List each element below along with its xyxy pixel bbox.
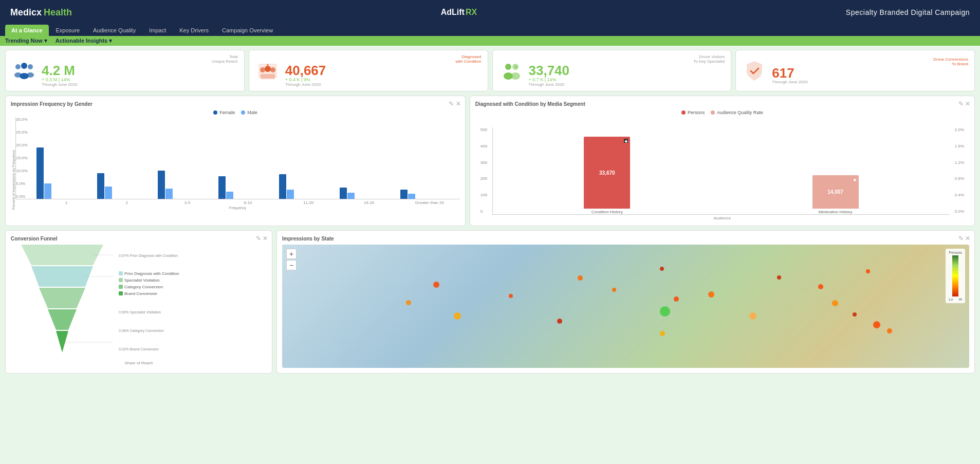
x-axis-labels: 1 2 3-5 6-10 11-20 16-20 Greater than 20 (15, 200, 460, 205)
svg-rect-10 (261, 74, 275, 79)
tab-audience-quality[interactable]: Audience Quality (87, 25, 142, 36)
map-dot-10 (749, 312, 756, 320)
bar-male-5 (287, 190, 294, 199)
funnel-label-brand-pct: 0.02% Brand Conversion (119, 347, 179, 351)
map-dot-2 (406, 300, 411, 305)
svg-point-0 (15, 64, 21, 69)
map-controls: + − (286, 249, 297, 270)
funnel-label-1: 0.97% Prior Diagnosis with Condition (119, 254, 179, 257)
funnel-label-specialist-pct: 0.90% Specialist Visitation (119, 310, 179, 314)
kpi-date-reach: Through June 2020 (42, 82, 238, 87)
legend-persons: Persons (681, 110, 705, 115)
tab-key-drivers[interactable]: Key Drivers (173, 25, 215, 36)
tab-exposure[interactable]: Exposure (50, 25, 86, 36)
actionable-insights[interactable]: Actionable Insights ▾ (56, 38, 113, 44)
map-legend-bar (952, 255, 958, 296)
bar-medication-history: 14,007 ✦ Medication History (812, 175, 859, 214)
kpi-icon-medical (255, 59, 280, 83)
bar-male-6 (347, 193, 355, 199)
sub-nav: Trending Now ▾ Actionable Insights ▾ (0, 36, 980, 46)
funnel-label-category-pct: 0.38% Category Conversion (119, 328, 179, 333)
bar-group-6 (340, 188, 399, 199)
map-dot-15 (873, 321, 880, 328)
bar-male-1 (44, 183, 51, 199)
bar-female-5 (279, 174, 286, 199)
map-zoom-in[interactable]: + (286, 249, 297, 259)
kpi-icon-people (12, 59, 36, 83)
bar-female-6 (340, 188, 347, 199)
bar-group-4 (218, 176, 278, 199)
bar-male-2 (105, 187, 112, 199)
bar-group-1 (36, 147, 96, 199)
trending-now[interactable]: Trending Now ▾ (5, 38, 47, 44)
svg-point-1 (21, 63, 27, 69)
tab-at-a-glance[interactable]: At a Glance (5, 25, 49, 36)
funnel-label-specialist: Specialist Visitation (119, 278, 179, 283)
impression-chart-legend: Female Male (11, 110, 460, 115)
campaign-title: Specialty Branded Digital Campaign (846, 8, 970, 16)
funnel-stage-3 (39, 288, 85, 308)
kpi-value-block-conversions: Drove ConversionsTo Brand 617 Through Ju… (772, 57, 968, 84)
kpi-number-conversions: 617 (772, 66, 968, 80)
legend-dot-female (213, 110, 217, 115)
x-axis-label: Frequency (15, 206, 460, 210)
chart-actions-diagnosed[interactable]: ✎ ✕ (958, 100, 970, 107)
bar-female-2 (97, 173, 104, 199)
tab-impact[interactable]: Impact (143, 25, 172, 36)
logo-health: Health (44, 7, 72, 18)
legend-aqr: Audience Quality Rate (711, 110, 763, 115)
map-dot-8 (674, 296, 679, 302)
map-legend-label: Persons (949, 251, 962, 254)
svg-point-8 (265, 66, 271, 72)
map-dot-12 (818, 284, 823, 289)
svg-point-16 (511, 72, 520, 80)
kpi-number-visitors: 33,740 (529, 64, 725, 77)
map-dot-13 (832, 300, 838, 306)
map-placeholder: + − (282, 245, 969, 368)
bottom-row: Conversion Funnel ✎ ✕ 0 (0, 230, 980, 378)
bar-male-4 (226, 192, 233, 199)
impression-frequency-chart: Impression Frequency by Gender ✎ ✕ Femal… (5, 96, 466, 226)
map-bg: + − (282, 245, 969, 368)
diagnosed-bars: 33,670 ✦ Condition History 14,007 ✦ Medi… (492, 127, 950, 215)
funnel-content: 0.97% Prior Diagnosis with Condition Pri… (11, 245, 267, 359)
map-dot-4 (509, 294, 513, 298)
diagnosed-bars-container: 5004003002001000 33,670 ✦ Condition Hist… (475, 117, 969, 215)
bar-group-5 (279, 174, 339, 199)
chart-actions-funnel[interactable]: ✎ ✕ (256, 235, 268, 242)
legend-dot-male (241, 110, 245, 115)
bar-female-3 (158, 171, 165, 199)
y-axis-labels: 30.0%25.0%20.0%15.0%10.0%5.0%0.0% (16, 117, 28, 199)
bar-group-2 (97, 173, 157, 199)
legend-female: Female (213, 110, 235, 115)
kpi-number-reach: 4.2 M (42, 64, 238, 77)
map-title: Impressions by State (282, 236, 969, 242)
kpi-value-block-diagnosed: Diagnosedwith Condition 40,667 + 0.4 K |… (285, 54, 482, 87)
adlift-rx-text: RX (466, 8, 477, 17)
funnel-label-prior: Prior Diagnosis with Condition (119, 271, 179, 276)
legend-dot-persons (681, 110, 686, 115)
tab-campaign-overview[interactable]: Campaign Overview (216, 25, 279, 36)
diagnosed-legend: Persons Audience Quality Rate (475, 110, 969, 115)
x-label-condition-history: Condition History (591, 210, 623, 214)
map-card: Impressions by State ✎ ✕ + − (276, 230, 975, 374)
y-axis-label: Percent of Impressions by Frequency (11, 117, 15, 210)
kpi-date-diagnosed: Through June 2020 (285, 82, 482, 87)
chart-actions-freq[interactable]: ✎ ✕ (449, 100, 460, 107)
logo: Medicx Health (10, 7, 72, 18)
kpi-conversions: Drove ConversionsTo Brand 617 Through Ju… (735, 50, 975, 91)
chart-actions-map[interactable]: ✎ ✕ (958, 235, 970, 242)
funnel-stage-1 (21, 245, 103, 265)
bar-condition-history-bar: 33,670 ✦ (584, 137, 630, 209)
kpi-icon-doctor: + (499, 59, 524, 83)
map-dot-6 (612, 288, 616, 292)
legend-male: Male (241, 110, 257, 115)
map-zoom-out[interactable]: − (286, 260, 297, 270)
adlift-text: AdLift (441, 8, 465, 17)
bar-female-4 (218, 176, 226, 199)
map-dot-14 (853, 312, 857, 317)
logo-medicx: Medicx (10, 7, 42, 18)
funnel-stage-2 (31, 266, 93, 287)
impression-chart-title: Impression Frequency by Gender (11, 101, 460, 107)
svg-point-9 (270, 67, 275, 72)
